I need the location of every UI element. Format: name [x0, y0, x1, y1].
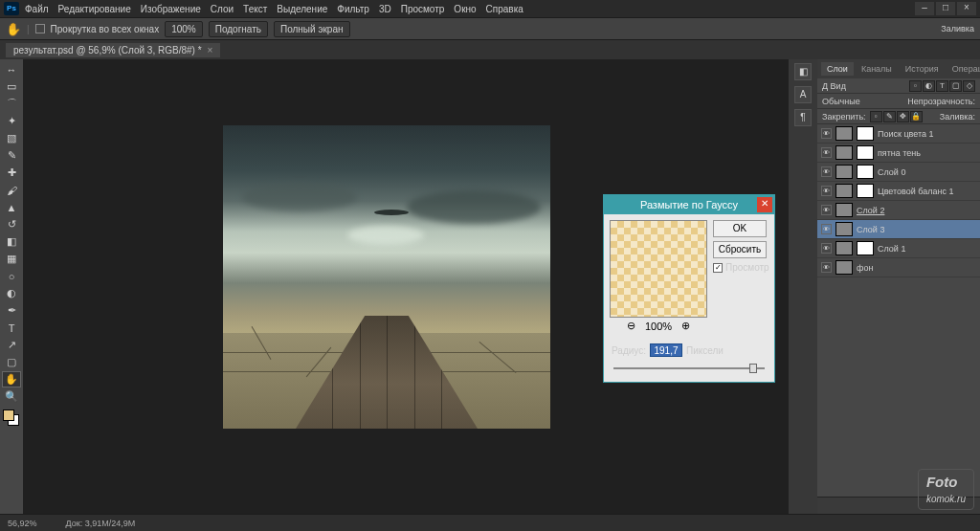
layer-mask	[857, 126, 874, 141]
zoom-out-icon[interactable]: ⊖	[627, 320, 635, 332]
menu-3d[interactable]: 3D	[379, 4, 391, 14]
tab-actions[interactable]: Операции	[947, 62, 980, 76]
heal-tool[interactable]: ✚	[2, 165, 21, 181]
menu-image[interactable]: Изображение	[141, 4, 201, 14]
stamp-tool[interactable]: ▲	[2, 199, 21, 215]
layer-mask	[857, 241, 874, 255]
layer-thumb	[835, 145, 853, 160]
layer-name: Слой 0	[878, 167, 905, 177]
preview-checkbox[interactable]: ✓Просмотр	[713, 262, 769, 273]
menu-window[interactable]: Окно	[454, 4, 476, 14]
zoom-in-icon[interactable]: ⊕	[681, 320, 690, 332]
history-brush-tool[interactable]: ↺	[2, 216, 21, 232]
reset-button[interactable]: Сбросить	[713, 241, 767, 258]
visibility-icon[interactable]: 👁	[821, 262, 832, 273]
visibility-icon[interactable]: 👁	[821, 243, 832, 254]
artwork	[223, 125, 550, 429]
color-panel-icon[interactable]: ◧	[794, 63, 812, 80]
pen-tool[interactable]: ✒	[2, 302, 21, 319]
type-tool[interactable]: T	[2, 320, 21, 336]
gradient-tool[interactable]: ▦	[2, 251, 21, 267]
layer-name: Поиск цвета 1	[878, 129, 934, 139]
kind-label: Д Вид	[822, 81, 846, 91]
para-panel-icon[interactable]: ¶	[794, 109, 812, 126]
menu-edit[interactable]: Редактирование	[58, 4, 131, 14]
menu-layers[interactable]: Слои	[211, 4, 234, 14]
shape-tool[interactable]: ▢	[2, 354, 21, 370]
close-tab-icon[interactable]: ×	[208, 45, 213, 55]
options-bar: ✋ | Прокрутка во всех окнах 100% Подогна…	[0, 17, 980, 40]
radius-units: Пиксели	[686, 345, 724, 356]
hand-tool-icon: ✋	[6, 22, 21, 36]
visibility-icon[interactable]: 👁	[821, 186, 832, 196]
layer-row[interactable]: 👁Слой 1	[817, 239, 980, 258]
layer-name: пятна тень	[878, 148, 921, 158]
crop-tool[interactable]: ▧	[2, 130, 21, 146]
lasso-tool[interactable]: ⌒	[2, 96, 21, 112]
layer-row[interactable]: 👁Цветовой баланс 1	[817, 182, 980, 201]
layer-row[interactable]: 👁Поиск цвета 1	[817, 124, 980, 144]
layer-row[interactable]: 👁фон	[817, 258, 980, 277]
dodge-tool[interactable]: ◐	[2, 285, 21, 301]
layer-mask	[857, 184, 874, 198]
document-tab[interactable]: результат.psd @ 56,9% (Слой 3, RGB/8#) *…	[6, 43, 220, 57]
path-tool[interactable]: ↗	[2, 337, 21, 353]
visibility-icon[interactable]: 👁	[821, 147, 832, 158]
radius-slider[interactable]	[613, 363, 765, 374]
collapsed-panels: ◧ A ¶	[789, 59, 817, 514]
dialog-titlebar[interactable]: Размытие по Гауссу ✕	[604, 195, 774, 214]
move-tool[interactable]: ↔	[2, 61, 21, 77]
wand-tool[interactable]: ✦	[2, 113, 21, 129]
menu-view[interactable]: Просмотр	[401, 4, 445, 14]
dialog-title: Размытие по Гауссу	[640, 199, 738, 210]
visibility-icon[interactable]: 👁	[821, 205, 832, 215]
radius-input[interactable]	[650, 343, 682, 357]
visibility-icon[interactable]: 👁	[821, 166, 832, 177]
doc-size: Док: 3,91M/24,9M	[66, 519, 136, 528]
maximize-button[interactable]: □	[936, 2, 955, 15]
layer-mask	[857, 145, 874, 160]
main-menu: Файл Редактирование Изображение Слои Тек…	[25, 4, 523, 14]
visibility-icon[interactable]: 👁	[821, 224, 832, 234]
brush-tool[interactable]: 🖌	[2, 182, 21, 198]
menu-filter[interactable]: Фильтр	[337, 4, 369, 14]
layer-name: Слой 1	[878, 244, 905, 254]
tab-layers[interactable]: Слои	[821, 62, 854, 76]
minimize-button[interactable]: –	[915, 2, 934, 15]
tab-history[interactable]: История	[900, 62, 945, 76]
layer-row[interactable]: 👁пятна тень	[817, 144, 980, 163]
zoom-level[interactable]: 56,92%	[8, 519, 37, 528]
scroll-all-label: Прокрутка во всех окнах	[51, 24, 160, 34]
layer-row[interactable]: 👁Слой 0	[817, 163, 980, 182]
color-swatches[interactable]	[3, 409, 20, 427]
fit-button[interactable]: Подогнать	[209, 21, 268, 37]
visibility-icon[interactable]: 👁	[821, 128, 832, 139]
menu-text[interactable]: Текст	[243, 4, 267, 14]
zoom-tool[interactable]: 🔍	[2, 388, 21, 405]
hand-tool[interactable]: ✋	[2, 371, 21, 387]
zoom-100-button[interactable]: 100%	[165, 21, 203, 37]
blur-tool[interactable]: ○	[2, 268, 21, 284]
dialog-close-button[interactable]: ✕	[757, 197, 772, 212]
blur-preview[interactable]	[610, 220, 707, 318]
menu-bar: Ps Файл Редактирование Изображение Слои …	[0, 0, 980, 17]
eraser-tool[interactable]: ◧	[2, 233, 21, 250]
layer-name: Слой 2	[857, 206, 884, 215]
blend-mode[interactable]: Обычные	[822, 97, 860, 106]
marquee-tool[interactable]: ▭	[2, 78, 21, 95]
layer-thumb	[835, 184, 853, 198]
tab-channels[interactable]: Каналы	[856, 62, 898, 76]
char-panel-icon[interactable]: A	[794, 86, 812, 103]
window-controls: – □ ×	[915, 2, 976, 15]
lock-label: Закрепить:	[822, 112, 866, 122]
ok-button[interactable]: OK	[713, 220, 767, 237]
close-button[interactable]: ×	[957, 2, 976, 15]
menu-select[interactable]: Выделение	[277, 4, 327, 14]
eyedropper-tool[interactable]: ✎	[2, 147, 21, 164]
fullscreen-button[interactable]: Полный экран	[274, 21, 350, 37]
scroll-all-check[interactable]	[35, 24, 45, 33]
layer-row[interactable]: 👁Слой 3	[817, 220, 980, 239]
menu-file[interactable]: Файл	[25, 4, 49, 14]
layer-row[interactable]: 👁Слой 2	[817, 201, 980, 220]
menu-help[interactable]: Справка	[486, 4, 523, 14]
